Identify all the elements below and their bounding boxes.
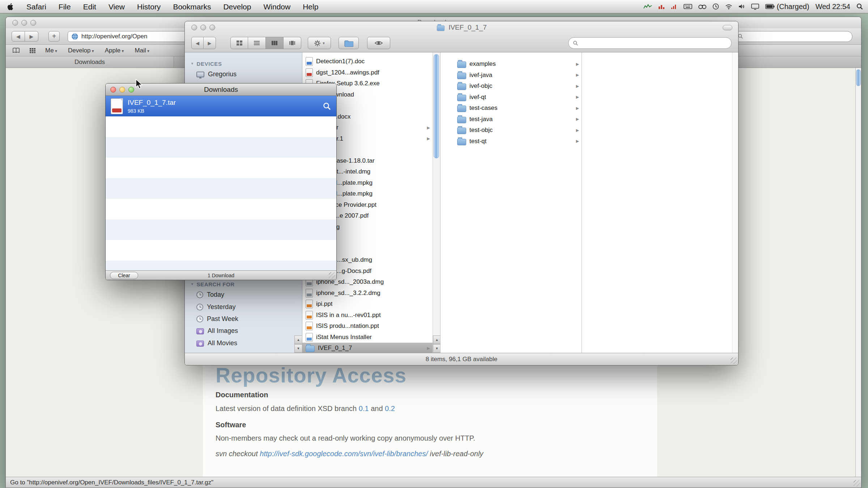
zoom-button[interactable] <box>30 20 36 26</box>
clear-button[interactable]: Clear <box>110 272 138 279</box>
clock-icon[interactable] <box>712 3 719 10</box>
column1-scrollbar-thumb[interactable] <box>434 54 439 158</box>
top-sites-icon[interactable] <box>29 48 36 53</box>
resize-grip[interactable] <box>854 480 860 487</box>
sidebar-item[interactable]: Today <box>185 289 302 301</box>
menu-item[interactable]: Window <box>257 0 297 13</box>
menu-clock[interactable]: Wed 22:54 <box>816 3 850 11</box>
finder-search-field[interactable] <box>568 37 732 49</box>
minimize-button[interactable] <box>119 87 125 93</box>
action-menu-button[interactable]: ▾ <box>308 37 331 49</box>
page-scrollbar-thumb[interactable] <box>856 69 861 86</box>
forward-button[interactable]: ▶ <box>204 37 216 49</box>
new-folder-button[interactable] <box>339 37 359 49</box>
menu-item[interactable]: Edit <box>77 0 102 13</box>
scroll-up-button[interactable]: ▲ <box>294 335 302 344</box>
download-item-row[interactable]: IVEF_0_1_7.tar 983 KB <box>106 96 336 116</box>
bookmark-item[interactable]: Me <box>45 47 57 54</box>
folder-row[interactable]: examples ▶ <box>441 59 582 70</box>
finder-titlebar[interactable]: IVEF_0_1_7 ◀ ▶ <box>185 21 738 52</box>
folder-row[interactable]: test-objc ▶ <box>441 125 582 136</box>
activity-graph-icon[interactable] <box>643 4 652 9</box>
search-for-header[interactable]: SEARCH FOR <box>185 279 302 289</box>
file-row[interactable]: iphone_sd..._3.2.2.dmg <box>302 288 433 299</box>
bookmark-item[interactable]: Mail <box>135 47 150 54</box>
resize-grip[interactable] <box>329 272 335 279</box>
volume-icon[interactable] <box>739 4 745 9</box>
menu-item[interactable]: View <box>102 0 131 13</box>
icon-view-button[interactable] <box>230 37 248 49</box>
scroll-down-button[interactable]: ▼ <box>433 344 441 353</box>
devices-header[interactable]: DEVICES <box>185 59 302 68</box>
keyboard-icon[interactable] <box>684 4 692 9</box>
coverflow-view-button[interactable] <box>284 37 301 49</box>
sidebar-item-device[interactable]: Gregorius <box>185 68 302 80</box>
back-button[interactable]: ◀ <box>191 37 204 49</box>
bookmarks-book-icon[interactable] <box>12 47 20 53</box>
file-row[interactable]: dgst_1204...awings.pdf <box>302 67 433 78</box>
menu-item[interactable]: Help <box>297 0 324 13</box>
bookmark-item[interactable]: Apple <box>105 47 124 54</box>
displays-icon[interactable] <box>751 4 759 10</box>
file-row[interactable]: ISIS in a nu...-rev01.ppt <box>302 310 433 321</box>
menu-item[interactable]: Develop <box>217 0 257 13</box>
file-row[interactable]: ISIS produ...ntation.ppt <box>302 321 433 332</box>
file-row[interactable]: IVEF_0_1_7 ▶ <box>302 343 440 353</box>
column-view-button[interactable] <box>266 37 284 49</box>
sidebar-item[interactable]: All Movies <box>185 337 302 349</box>
cpu-meter-icon[interactable] <box>658 4 665 9</box>
reveal-in-finder-button[interactable] <box>323 102 331 111</box>
network-meter-icon[interactable] <box>671 4 677 9</box>
file-row[interactable]: iStat Menus Installer <box>302 332 433 343</box>
menu-item[interactable]: Safari <box>20 0 52 13</box>
column3-scroll-track[interactable] <box>732 52 738 353</box>
sidebar-item[interactable]: Past Week <box>185 313 302 325</box>
link-0-1[interactable]: 0.1 <box>359 404 369 412</box>
minimize-button[interactable] <box>21 20 27 26</box>
battery-menu[interactable]: (Charged) <box>765 3 809 11</box>
tab-downloads[interactable]: Downloads <box>6 56 174 68</box>
wifi-icon[interactable] <box>725 4 732 9</box>
minimize-button[interactable] <box>200 25 206 30</box>
zoom-button[interactable] <box>209 25 215 30</box>
apple-menu[interactable] <box>0 3 20 10</box>
column1-scrollbar[interactable]: ▲ ▼ <box>433 52 440 353</box>
close-button[interactable] <box>191 25 197 30</box>
toolbar-toggle-button[interactable] <box>723 25 732 30</box>
close-button[interactable] <box>110 87 116 93</box>
bookmark-item[interactable]: Develop <box>68 47 94 54</box>
file-row[interactable]: ipi.ppt <box>302 299 433 310</box>
folder-row[interactable]: test-cases ▶ <box>441 103 582 114</box>
sidebar-item[interactable]: All Images <box>185 325 302 337</box>
link-0-2[interactable]: 0.2 <box>385 404 395 412</box>
scroll-up-button[interactable]: ▲ <box>433 335 441 344</box>
web-search-field[interactable] <box>733 31 852 42</box>
page-scrollbar[interactable] <box>855 68 861 477</box>
svn-link[interactable]: http://ivef-sdk.googlecode.com/svn/ivef-… <box>260 450 428 458</box>
menu-item[interactable]: History <box>131 0 167 13</box>
menu-item[interactable]: File <box>52 0 77 13</box>
list-view-button[interactable] <box>248 37 266 49</box>
close-button[interactable] <box>12 20 18 26</box>
folder-icon <box>457 106 466 112</box>
sidebar-item[interactable]: Yesterday <box>185 301 302 313</box>
file-row[interactable]: Detection1(7).doc <box>302 56 433 67</box>
folder-icon <box>457 95 466 101</box>
folder-row[interactable]: ivef-qt ▶ <box>441 92 582 103</box>
folder-row[interactable]: ivef-objc ▶ <box>441 81 582 92</box>
file-name: ipi.ppt <box>316 300 332 308</box>
scroll-down-button[interactable]: ▼ <box>294 344 302 353</box>
folder-row[interactable]: test-qt ▶ <box>441 136 582 147</box>
binoculars-icon[interactable] <box>698 4 706 9</box>
zoom-button[interactable] <box>128 87 134 93</box>
new-tab-button[interactable]: + <box>48 31 60 42</box>
menu-item[interactable]: Bookmarks <box>167 0 217 13</box>
resize-grip[interactable] <box>731 358 737 364</box>
quick-look-button[interactable] <box>367 37 390 49</box>
folder-row[interactable]: test-java ▶ <box>441 114 582 125</box>
back-button[interactable]: ◀ <box>12 31 25 42</box>
spotlight-icon[interactable] <box>856 3 863 10</box>
folder-icon <box>457 61 466 68</box>
folder-row[interactable]: ivef-java ▶ <box>441 70 582 81</box>
forward-button[interactable]: ▶ <box>25 31 38 42</box>
